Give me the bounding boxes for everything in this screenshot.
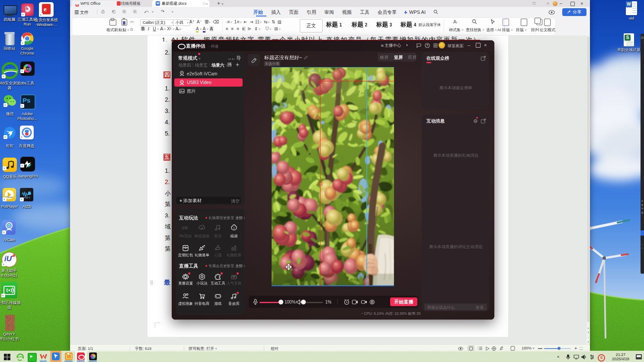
svg-text:PK: PK [182, 225, 189, 230]
svg-text:OBS: OBS [26, 68, 30, 70]
